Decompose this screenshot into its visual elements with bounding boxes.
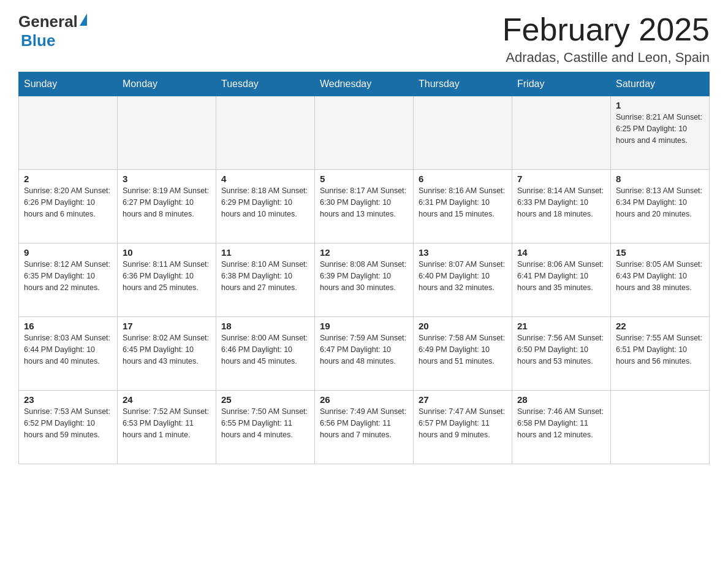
day-number: 15 [616,247,704,258]
calendar-cell: 8Sunrise: 8:13 AM Sunset: 6:34 PM Daylig… [611,170,710,243]
day-info: Sunrise: 8:12 AM Sunset: 6:35 PM Dayligh… [24,259,112,293]
day-info: Sunrise: 8:18 AM Sunset: 6:29 PM Dayligh… [221,185,309,220]
calendar-cell: 10Sunrise: 8:11 AM Sunset: 6:36 PM Dayli… [118,243,216,317]
day-number: 12 [320,247,408,258]
calendar-cell: 20Sunrise: 7:58 AM Sunset: 6:49 PM Dayli… [414,317,512,391]
calendar-cell: 27Sunrise: 7:47 AM Sunset: 6:57 PM Dayli… [414,391,512,464]
calendar-cell: 26Sunrise: 7:49 AM Sunset: 6:56 PM Dayli… [315,391,414,464]
day-number: 3 [123,174,211,184]
day-info: Sunrise: 8:06 AM Sunset: 6:41 PM Dayligh… [517,259,605,293]
day-number: 28 [517,394,605,405]
day-number: 20 [419,321,507,331]
day-info: Sunrise: 7:55 AM Sunset: 6:51 PM Dayligh… [616,332,704,367]
day-info: Sunrise: 7:46 AM Sunset: 6:58 PM Dayligh… [517,406,605,440]
calendar-cell: 1Sunrise: 8:21 AM Sunset: 6:25 PM Daylig… [611,96,710,170]
day-number: 26 [320,394,408,405]
week-row-2: 2Sunrise: 8:20 AM Sunset: 6:26 PM Daylig… [19,170,710,243]
calendar-cell [118,96,216,170]
calendar-cell: 22Sunrise: 7:55 AM Sunset: 6:51 PM Dayli… [611,317,710,391]
day-info: Sunrise: 7:53 AM Sunset: 6:52 PM Dayligh… [24,406,112,440]
day-info: Sunrise: 8:16 AM Sunset: 6:31 PM Dayligh… [419,185,507,220]
calendar-cell: 25Sunrise: 7:50 AM Sunset: 6:55 PM Dayli… [216,391,315,464]
day-number: 6 [419,174,507,184]
calendar-cell: 17Sunrise: 8:02 AM Sunset: 6:45 PM Dayli… [118,317,216,391]
day-number: 17 [123,321,211,331]
calendar-cell: 6Sunrise: 8:16 AM Sunset: 6:31 PM Daylig… [414,170,512,243]
day-number: 16 [24,321,112,331]
day-number: 11 [221,247,309,258]
calendar-cell: 24Sunrise: 7:52 AM Sunset: 6:53 PM Dayli… [118,391,216,464]
weekday-header-monday: Monday [118,72,216,96]
calendar-cell: 18Sunrise: 8:00 AM Sunset: 6:46 PM Dayli… [216,317,315,391]
day-info: Sunrise: 7:59 AM Sunset: 6:47 PM Dayligh… [320,332,408,367]
calendar-cell [512,96,611,170]
day-number: 4 [221,174,309,184]
calendar-cell: 2Sunrise: 8:20 AM Sunset: 6:26 PM Daylig… [19,170,118,243]
day-number: 27 [419,394,507,405]
calendar-cell: 21Sunrise: 7:56 AM Sunset: 6:50 PM Dayli… [512,317,611,391]
day-number: 14 [517,247,605,258]
logo-general: General [18,12,78,31]
calendar-header-row: SundayMondayTuesdayWednesdayThursdayFrid… [19,72,710,96]
day-info: Sunrise: 8:20 AM Sunset: 6:26 PM Dayligh… [24,185,112,220]
calendar-table: SundayMondayTuesdayWednesdayThursdayFrid… [18,72,710,464]
calendar-cell: 16Sunrise: 8:03 AM Sunset: 6:44 PM Dayli… [19,317,118,391]
calendar-cell: 28Sunrise: 7:46 AM Sunset: 6:58 PM Dayli… [512,391,611,464]
day-info: Sunrise: 8:14 AM Sunset: 6:33 PM Dayligh… [517,185,605,220]
weekday-header-saturday: Saturday [611,72,710,96]
calendar-cell: 11Sunrise: 8:10 AM Sunset: 6:38 PM Dayli… [216,243,315,317]
calendar-cell: 14Sunrise: 8:06 AM Sunset: 6:41 PM Dayli… [512,243,611,317]
day-info: Sunrise: 8:02 AM Sunset: 6:45 PM Dayligh… [123,332,211,367]
calendar-cell: 5Sunrise: 8:17 AM Sunset: 6:30 PM Daylig… [315,170,414,243]
day-number: 23 [24,394,112,405]
calendar-cell: 23Sunrise: 7:53 AM Sunset: 6:52 PM Dayli… [19,391,118,464]
page-subtitle: Adradas, Castille and Leon, Spain [502,50,710,66]
day-number: 8 [616,174,704,184]
day-number: 7 [517,174,605,184]
day-info: Sunrise: 7:56 AM Sunset: 6:50 PM Dayligh… [517,332,605,367]
weekday-header-friday: Friday [512,72,611,96]
day-info: Sunrise: 7:52 AM Sunset: 6:53 PM Dayligh… [123,406,211,440]
day-info: Sunrise: 8:21 AM Sunset: 6:25 PM Dayligh… [616,112,704,146]
title-block: February 2025 Adradas, Castille and Leon… [502,12,710,66]
calendar-cell: 12Sunrise: 8:08 AM Sunset: 6:39 PM Dayli… [315,243,414,317]
day-number: 22 [616,321,704,331]
logo-triangle-icon [80,13,87,26]
calendar-cell: 13Sunrise: 8:07 AM Sunset: 6:40 PM Dayli… [414,243,512,317]
calendar-cell [315,96,414,170]
week-row-5: 23Sunrise: 7:53 AM Sunset: 6:52 PM Dayli… [19,391,710,464]
calendar-cell: 7Sunrise: 8:14 AM Sunset: 6:33 PM Daylig… [512,170,611,243]
page-header: General Blue February 2025 Adradas, Cast… [18,12,710,66]
calendar-cell: 15Sunrise: 8:05 AM Sunset: 6:43 PM Dayli… [611,243,710,317]
day-info: Sunrise: 8:00 AM Sunset: 6:46 PM Dayligh… [221,332,309,367]
day-info: Sunrise: 8:07 AM Sunset: 6:40 PM Dayligh… [419,259,507,293]
day-number: 1 [616,100,704,110]
weekday-header-sunday: Sunday [19,72,118,96]
weekday-header-thursday: Thursday [414,72,512,96]
week-row-4: 16Sunrise: 8:03 AM Sunset: 6:44 PM Dayli… [19,317,710,391]
weekday-header-tuesday: Tuesday [216,72,315,96]
day-info: Sunrise: 7:58 AM Sunset: 6:49 PM Dayligh… [419,332,507,367]
day-info: Sunrise: 8:08 AM Sunset: 6:39 PM Dayligh… [320,259,408,293]
day-info: Sunrise: 8:13 AM Sunset: 6:34 PM Dayligh… [616,185,704,220]
weekday-header-wednesday: Wednesday [315,72,414,96]
logo: General Blue [18,12,87,50]
day-info: Sunrise: 8:17 AM Sunset: 6:30 PM Dayligh… [320,185,408,220]
page-title: February 2025 [502,12,710,47]
day-info: Sunrise: 7:49 AM Sunset: 6:56 PM Dayligh… [320,406,408,440]
calendar-cell: 3Sunrise: 8:19 AM Sunset: 6:27 PM Daylig… [118,170,216,243]
day-info: Sunrise: 8:03 AM Sunset: 6:44 PM Dayligh… [24,332,112,367]
calendar-cell [216,96,315,170]
calendar-cell: 19Sunrise: 7:59 AM Sunset: 6:47 PM Dayli… [315,317,414,391]
day-info: Sunrise: 8:05 AM Sunset: 6:43 PM Dayligh… [616,259,704,293]
week-row-1: 1Sunrise: 8:21 AM Sunset: 6:25 PM Daylig… [19,96,710,170]
day-info: Sunrise: 8:11 AM Sunset: 6:36 PM Dayligh… [123,259,211,293]
calendar-cell [19,96,118,170]
day-number: 5 [320,174,408,184]
day-number: 19 [320,321,408,331]
calendar-cell [414,96,512,170]
day-info: Sunrise: 7:47 AM Sunset: 6:57 PM Dayligh… [419,406,507,440]
calendar-cell [611,391,710,464]
day-number: 21 [517,321,605,331]
day-number: 2 [24,174,112,184]
